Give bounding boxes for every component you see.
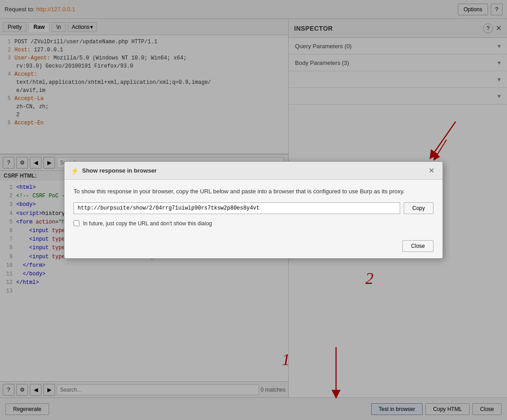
modal-url-input[interactable] (74, 202, 400, 214)
modal-icon: ⚡ (71, 167, 78, 174)
modal-url-row: Copy (74, 202, 433, 214)
modal-footer: Close (65, 240, 442, 258)
modal-checkbox-label: In future, just copy the URL and don't s… (83, 220, 212, 227)
modal-overlay: ⚡ Show response in browser ✕ To show thi… (0, 0, 507, 420)
modal-header: ⚡ Show response in browser ✕ (65, 162, 442, 180)
modal-body: To show this response in your browser, c… (65, 180, 442, 240)
modal-description: To show this response in your browser, c… (74, 187, 433, 196)
show-response-modal: ⚡ Show response in browser ✕ To show thi… (64, 161, 443, 259)
modal-title: Show response in browser (82, 167, 427, 174)
modal-close-x-button[interactable]: ✕ (427, 166, 436, 175)
copy-url-button[interactable]: Copy (404, 202, 433, 214)
modal-close-btn[interactable]: Close (402, 240, 433, 252)
modal-checkbox-row: In future, just copy the URL and don't s… (74, 220, 433, 227)
modal-checkbox[interactable] (74, 220, 79, 226)
